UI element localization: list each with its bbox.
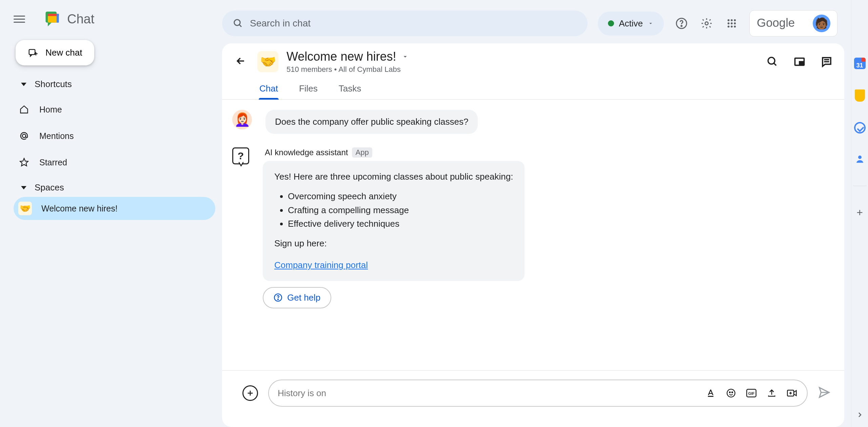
room-subtitle: 510 members • All of Cymbal Labs (287, 65, 409, 74)
ai-list-item: Effective delivery techniques (288, 217, 513, 230)
help-icon (274, 293, 282, 302)
spaces-header[interactable]: Spaces (18, 178, 215, 197)
apps-button[interactable] (724, 16, 739, 31)
get-help-label: Get help (287, 292, 320, 303)
upload-button[interactable] (766, 387, 778, 399)
sidebar-item-label: Welcome new hires! (41, 204, 118, 214)
person-icon (855, 154, 865, 164)
add-attachment-button[interactable] (242, 385, 258, 401)
new-chat-button[interactable]: New chat (16, 40, 94, 65)
help-button[interactable] (674, 16, 689, 31)
plus-icon: + (856, 206, 863, 219)
gif-icon: GIF (746, 388, 756, 398)
chevron-right-icon (856, 411, 864, 419)
spaces-label: Spaces (35, 182, 64, 193)
status-dot-icon (608, 20, 614, 26)
tab-files[interactable]: Files (297, 78, 320, 99)
back-button[interactable] (232, 53, 249, 71)
chevron-down-icon (21, 186, 26, 189)
video-meet-button[interactable] (786, 387, 798, 399)
room-title-button[interactable]: Welcome new hires! (287, 49, 409, 64)
svg-point-13 (728, 19, 730, 21)
space-avatar-icon: 🤝 (18, 202, 32, 215)
sidebar-item-label: Home (39, 105, 62, 115)
app-name: Chat (67, 12, 94, 26)
main-menu-button[interactable] (14, 11, 30, 27)
svg-point-21 (734, 25, 736, 27)
shortcuts-header[interactable]: Shortcuts (18, 75, 215, 94)
app-logo[interactable]: Chat (43, 10, 94, 28)
room-avatar-icon: 🤝 (257, 51, 278, 72)
arrow-left-icon (235, 55, 246, 67)
sidebar-item-mentions[interactable]: Mentions (14, 125, 215, 146)
svg-point-16 (728, 22, 730, 24)
presentation-button[interactable] (792, 54, 807, 69)
sidebar-item-starred[interactable]: Starred (14, 152, 215, 173)
svg-line-9 (239, 25, 241, 27)
svg-point-23 (768, 57, 775, 64)
tasks-sidebar-button[interactable] (854, 122, 866, 134)
calendar-sidebar-button[interactable]: 31 (854, 58, 866, 69)
svg-rect-3 (57, 14, 59, 23)
collapse-rail-button[interactable] (856, 411, 864, 420)
svg-line-24 (774, 63, 776, 65)
sidebar-item-welcome-new-hires[interactable]: 🤝 Welcome new hires! (14, 197, 215, 220)
svg-rect-33 (708, 396, 713, 397)
sidebar-item-home[interactable]: Home (14, 99, 215, 120)
svg-rect-26 (800, 62, 803, 64)
svg-point-20 (731, 25, 733, 27)
ai-list-item: Crafting a compelling message (288, 203, 513, 217)
ai-message-footer: Sign up here: (274, 237, 513, 250)
new-chat-icon (28, 48, 38, 58)
svg-point-35 (729, 392, 730, 393)
svg-point-17 (731, 22, 733, 24)
settings-button[interactable] (699, 16, 714, 31)
status-selector[interactable]: Active (598, 12, 664, 36)
training-portal-link[interactable]: Company training portal (274, 260, 368, 270)
tab-tasks[interactable]: Tasks (337, 78, 363, 99)
contacts-sidebar-button[interactable] (855, 154, 865, 165)
get-help-button[interactable]: Get help (263, 287, 331, 308)
message-input[interactable] (278, 388, 698, 399)
room-search-button[interactable] (765, 54, 780, 69)
svg-point-36 (732, 392, 733, 393)
rail-divider (853, 186, 867, 186)
chat-logo-icon (43, 10, 61, 28)
svg-point-18 (734, 22, 736, 24)
user-message-text: Does the company offer public speaking c… (275, 117, 468, 127)
gif-button[interactable]: GIF (745, 387, 757, 399)
ai-app-icon: ? (232, 147, 249, 164)
emoji-icon (726, 388, 736, 398)
format-text-button[interactable] (705, 387, 717, 399)
apps-grid-icon (726, 18, 737, 29)
emoji-button[interactable] (725, 387, 737, 399)
search-placeholder: Search in chat (250, 18, 311, 29)
svg-text:Google: Google (757, 16, 795, 29)
google-account-button[interactable]: Google 🧑🏾 (749, 10, 837, 37)
search-input[interactable]: Search in chat (222, 11, 588, 36)
ai-message-intro: Yes! Here are three upcoming classes abo… (274, 170, 513, 183)
tab-chat[interactable]: Chat (257, 78, 280, 99)
keep-sidebar-button[interactable] (855, 89, 865, 102)
send-button[interactable] (818, 386, 831, 400)
thread-panel-button[interactable] (819, 54, 834, 69)
new-chat-label: New chat (45, 47, 82, 58)
user-avatar: 🧑🏾 (813, 15, 830, 32)
status-label: Active (619, 18, 643, 29)
svg-point-34 (727, 389, 735, 397)
ai-sender-name: AI knowledge assistant (265, 148, 348, 157)
chevron-down-icon (401, 53, 409, 60)
svg-point-15 (734, 19, 736, 21)
user-avatar-icon: 👩🏻‍🦰 (232, 110, 252, 129)
calendar-icon: 31 (854, 58, 866, 69)
at-icon (18, 130, 30, 142)
add-app-button[interactable]: + (856, 206, 863, 219)
svg-point-30 (278, 299, 278, 300)
plus-icon (246, 389, 254, 397)
svg-point-43 (858, 156, 862, 159)
svg-point-12 (705, 22, 708, 25)
tasks-icon (854, 122, 866, 134)
svg-point-8 (234, 20, 240, 26)
chat-lines-icon (821, 56, 833, 68)
chevron-down-icon (648, 20, 654, 26)
